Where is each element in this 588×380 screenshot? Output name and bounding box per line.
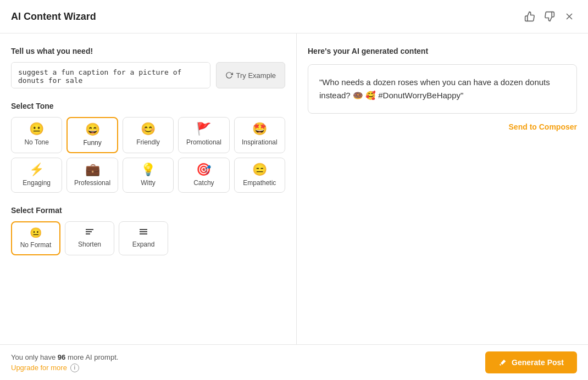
upgrade-link[interactable]: Upgrade for more <box>11 364 67 372</box>
wand-icon <box>498 358 507 367</box>
modal-header: AI Content Wizard <box>0 0 588 33</box>
modal-title: AI Content Wizard <box>11 11 96 23</box>
close-button[interactable] <box>562 9 577 24</box>
ai-content-text: "Who needs a dozen roses when you can ha… <box>319 77 550 100</box>
generate-post-button[interactable]: Generate Post <box>485 351 577 373</box>
select-tone-label: Select Tone <box>11 102 285 110</box>
footer-info: You only have 96 more AI prompt. Upgrade… <box>11 353 118 372</box>
tone-card-funny[interactable]: 😄 Funny <box>66 117 118 153</box>
info-icon[interactable]: i <box>70 364 79 372</box>
tone-label-engaging: Engaging <box>23 179 51 187</box>
format-card-expand[interactable]: Expand <box>119 221 168 255</box>
tone-label-empathetic: Empathetic <box>243 179 276 187</box>
tone-label-inspirational: Inspirational <box>242 138 278 146</box>
select-format-label: Select Format <box>11 206 285 215</box>
modal-body: Tell us what you need! Try Example Selec… <box>0 33 588 344</box>
tone-card-inspirational[interactable]: 🤩 Inspirational <box>234 117 285 153</box>
modal-container: AI Content Wizard <box>0 0 588 380</box>
input-row: Try Example <box>11 62 285 88</box>
expand-icon <box>138 228 148 236</box>
tone-card-empathetic[interactable]: 😑 Empathetic <box>234 158 285 193</box>
tone-emoji-funny: 😄 <box>85 124 100 136</box>
refresh-icon <box>225 71 233 79</box>
format-emoji-no-format: 😐 <box>30 228 42 238</box>
tone-label-friendly: Friendly <box>136 138 160 146</box>
tone-emoji-empathetic: 😑 <box>252 164 267 176</box>
format-card-shorten[interactable]: Shorten <box>65 221 114 255</box>
ai-content-box: "Who needs a dozen roses when you can ha… <box>308 64 577 114</box>
prompt-count: 96 <box>58 353 65 361</box>
format-label-shorten: Shorten <box>78 241 101 248</box>
tone-emoji-inspirational: 🤩 <box>252 123 267 135</box>
shorten-icon <box>85 228 95 236</box>
tone-label-professional: Professional <box>74 179 110 187</box>
modal-footer: You only have 96 more AI prompt. Upgrade… <box>0 344 588 380</box>
tone-emoji-friendly: 😊 <box>141 123 156 135</box>
tone-emoji-professional: 💼 <box>85 164 100 176</box>
send-to-composer-button[interactable]: Send to Composer <box>509 122 577 131</box>
format-icon-expand <box>138 227 148 237</box>
tone-card-professional[interactable]: 💼 Professional <box>66 158 118 193</box>
tone-emoji-witty: 💡 <box>141 164 156 176</box>
tone-card-friendly[interactable]: 😊 Friendly <box>123 117 174 153</box>
tone-card-promotional[interactable]: 🚩 Promotional <box>178 117 229 153</box>
format-icon-shorten <box>85 227 95 237</box>
tone-grid: 😐 No Tone 😄 Funny 😊 Friendly 🚩 Promotion… <box>11 117 285 193</box>
prompt-input[interactable] <box>11 62 210 88</box>
tone-label-catchy: Catchy <box>193 179 214 187</box>
format-label-no-format: No Format <box>20 241 52 249</box>
header-actions <box>522 9 577 24</box>
tone-emoji-no-tone: 😐 <box>29 123 44 135</box>
tone-label-no-tone: No Tone <box>24 138 48 146</box>
tone-card-catchy[interactable]: 🎯 Catchy <box>178 158 229 193</box>
right-panel-title: Here's your AI generated content <box>308 47 577 55</box>
format-label-expand: Expand <box>132 241 155 248</box>
tone-emoji-promotional: 🚩 <box>196 123 211 135</box>
right-panel: Here's your AI generated content "Who ne… <box>297 33 588 344</box>
tone-label-promotional: Promotional <box>186 138 221 146</box>
tone-card-no-tone[interactable]: 😐 No Tone <box>11 117 62 153</box>
tone-card-engaging[interactable]: ⚡ Engaging <box>11 158 62 193</box>
tone-emoji-catchy: 🎯 <box>196 164 211 176</box>
tone-label-funny: Funny <box>83 139 101 147</box>
try-example-button[interactable]: Try Example <box>216 62 285 88</box>
format-grid: 😐 No Format Shorten Expand <box>11 221 285 255</box>
prompt-section-label: Tell us what you need! <box>11 47 285 55</box>
tone-emoji-engaging: ⚡ <box>29 164 44 176</box>
tone-card-witty[interactable]: 💡 Witty <box>123 158 174 193</box>
left-panel: Tell us what you need! Try Example Selec… <box>0 33 297 344</box>
prompt-count-text: You only have 96 more AI prompt. <box>11 353 118 361</box>
thumbs-down-button[interactable] <box>542 9 557 24</box>
format-card-no-format[interactable]: 😐 No Format <box>11 221 60 255</box>
tone-label-witty: Witty <box>141 179 156 187</box>
thumbs-up-button[interactable] <box>522 9 537 24</box>
